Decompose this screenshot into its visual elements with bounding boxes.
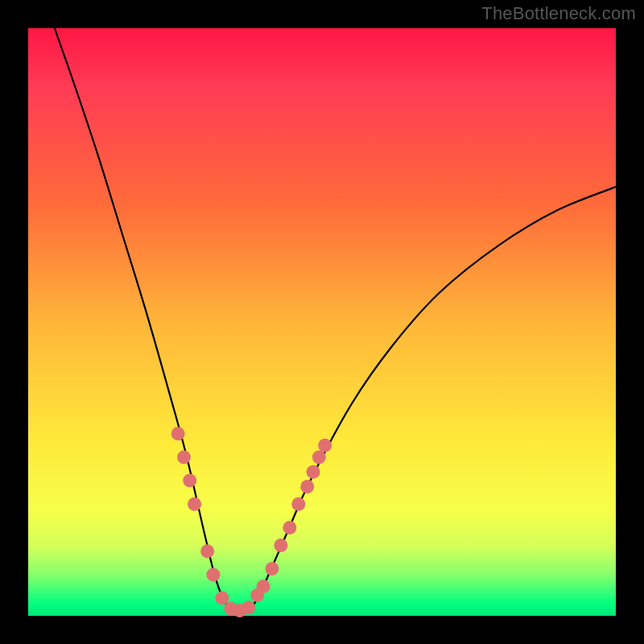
marker-dot <box>312 450 326 464</box>
marker-dot <box>183 474 196 488</box>
curve-layer <box>28 28 616 616</box>
marker-dot <box>200 544 214 558</box>
marker-dot <box>291 497 305 511</box>
plot-area <box>28 28 616 616</box>
marker-dot <box>206 568 220 581</box>
marker-dot <box>215 592 229 605</box>
marker-dot <box>265 562 279 576</box>
watermark-text: TheBottleneck.com <box>481 3 636 24</box>
marker-dot <box>318 439 332 452</box>
bottleneck-curve <box>55 28 616 611</box>
marker-dot <box>307 465 320 479</box>
marker-dot <box>283 521 296 535</box>
marker-dot <box>242 601 255 614</box>
marker-dot <box>188 497 201 511</box>
marker-dot <box>177 450 191 464</box>
marker-dot <box>274 539 287 552</box>
marker-dot <box>171 427 185 440</box>
marker-dot <box>257 580 270 593</box>
outer-frame: TheBottleneck.com <box>0 0 644 644</box>
marker-group <box>171 427 332 617</box>
marker-dot <box>300 480 314 493</box>
